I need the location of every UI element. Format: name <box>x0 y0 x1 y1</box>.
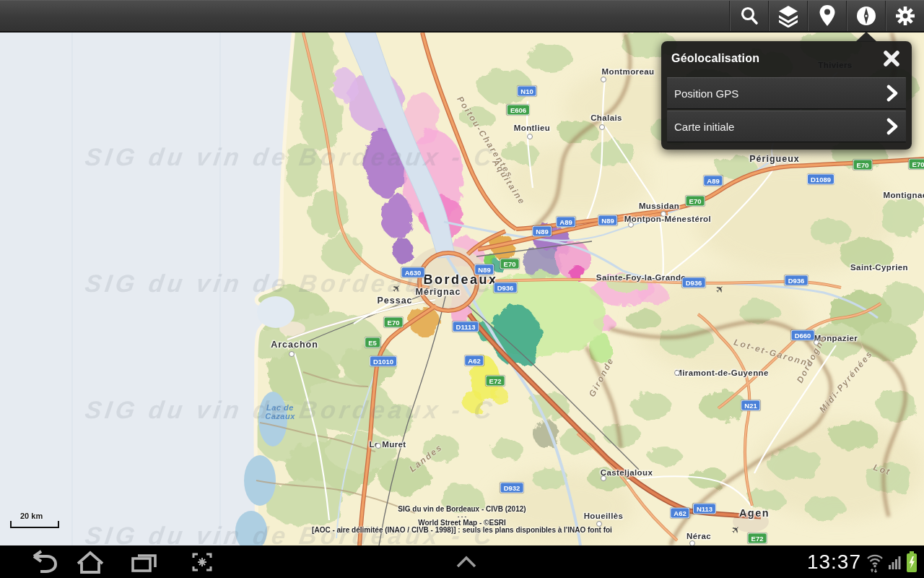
chevron-right-icon <box>886 85 899 102</box>
battery-icon <box>905 551 918 574</box>
status-area[interactable]: 13:37 <box>807 545 918 578</box>
screenshot-button[interactable] <box>173 545 231 578</box>
map-pin-icon <box>818 4 837 27</box>
back-button[interactable] <box>14 545 65 578</box>
attribution-line: [AOC - aire délimitée (INAO / CIVB - 199… <box>0 527 924 534</box>
places-button[interactable] <box>807 1 846 31</box>
geolocation-button[interactable] <box>846 1 885 31</box>
popup-item-carte-initiale[interactable]: Carte initiale <box>667 111 906 142</box>
layers-button[interactable] <box>768 1 807 31</box>
search-icon <box>738 5 760 27</box>
attribution-line: SIG du vin de Bordeaux - CIVB (2012) <box>0 506 924 513</box>
clock: 13:37 <box>807 551 861 574</box>
map-attribution: SIG du vin de Bordeaux - CIVB (2012) - -… <box>0 506 924 534</box>
popup-caret <box>855 32 877 42</box>
close-icon[interactable] <box>881 48 902 69</box>
screenshot-icon <box>188 549 217 575</box>
home-icon <box>74 549 106 575</box>
signal-icon <box>889 553 902 571</box>
home-button[interactable] <box>65 545 116 578</box>
top-toolbar <box>0 0 924 33</box>
settings-button[interactable] <box>885 1 924 31</box>
popup-item-label: Position GPS <box>674 87 738 100</box>
chevron-right-icon <box>886 118 899 135</box>
search-button[interactable] <box>729 1 768 31</box>
back-icon <box>21 549 58 575</box>
layers-icon <box>777 4 799 27</box>
geolocation-popup: Géolocalisation Position GPS Carte initi… <box>661 41 912 150</box>
recents-button[interactable] <box>116 545 173 578</box>
compass-icon <box>855 5 877 27</box>
android-nav-bar: 13:37 <box>0 545 924 578</box>
recents-icon <box>128 549 160 575</box>
wifi-icon <box>865 551 885 573</box>
expand-tray-button[interactable] <box>446 545 487 578</box>
popup-item-position-gps[interactable]: Position GPS <box>667 77 906 109</box>
chevron-up-icon <box>452 555 481 569</box>
popup-title: Géolocalisation <box>671 52 759 65</box>
popup-item-label: Carte initiale <box>674 121 734 133</box>
gear-icon <box>894 5 916 27</box>
